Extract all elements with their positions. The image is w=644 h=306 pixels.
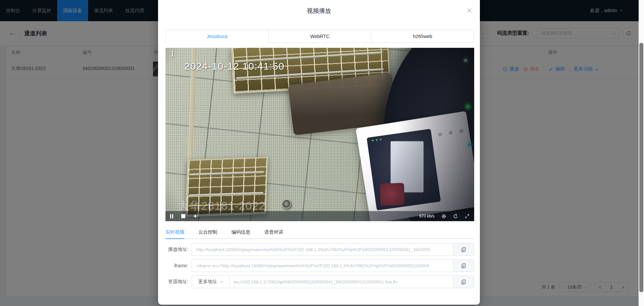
video-player[interactable]: 1 2024-10-12 10:41:50 大华28181-2022 67 <box>165 48 474 221</box>
pause-button[interactable] <box>170 214 173 218</box>
chevron-down-icon <box>220 280 223 284</box>
play-address-row: 播放地址: http://localhost:18080/#/play/wasm… <box>165 243 474 256</box>
volume-muted-icon <box>193 213 199 219</box>
pause-icon <box>170 214 173 218</box>
copy-resource-address-button[interactable] <box>453 276 474 288</box>
scrollbar-thumb[interactable] <box>639 43 643 292</box>
copy-iframe-button[interactable] <box>453 260 474 272</box>
fisheye-vignette <box>165 48 474 221</box>
scrollbar-track[interactable] <box>639 0 644 306</box>
reload-button[interactable] <box>453 214 458 219</box>
resource-address-input[interactable]: ws://192.168.1.3:7082/rtp/34020000001320… <box>230 276 453 288</box>
iframe-label: iframe: <box>165 263 192 268</box>
resource-address-row: 资源地址: 更多地址 ws://192.168.1.3:7082/rtp/340… <box>165 275 474 288</box>
copy-play-address-button[interactable] <box>453 243 474 256</box>
iframe-row: iframe: <iframe src="http://localhost:18… <box>165 259 474 272</box>
close-button[interactable] <box>466 7 472 13</box>
copy-icon <box>461 279 466 284</box>
bitrate-text: 670 kb/s <box>419 214 434 218</box>
stream-info-tabs: 实时视频 云台控制 编码信息 语音对讲 <box>165 226 474 239</box>
iframe-input[interactable]: <iframe src="http://localhost:18080/#/pl… <box>192 260 453 272</box>
fullscreen-icon <box>465 214 469 218</box>
fullscreen-button[interactable] <box>465 214 469 218</box>
stop-icon <box>181 214 185 218</box>
close-icon <box>466 7 472 13</box>
more-address-select[interactable]: 更多地址 <box>192 276 230 288</box>
screen: 控制台 分屏监控 国标设备 推流列表 拉流代理 欢迎，admin ← 通道列表 … <box>0 0 644 306</box>
play-address-label: 播放地址: <box>165 246 192 252</box>
tab-live-video[interactable]: 实时视频 <box>165 226 184 238</box>
tab-h265web[interactable]: h265web <box>371 30 474 43</box>
copy-icon <box>461 247 466 252</box>
play-address-input[interactable]: http://localhost:18080/#/play/wasm/ws%3A… <box>192 243 453 256</box>
player-type-tabs: Jessibuca WebRTC h265web <box>165 30 474 43</box>
player-control-bar: 670 kb/s <box>165 211 474 221</box>
tab-webrtc[interactable]: WebRTC <box>269 30 372 43</box>
more-address-label: 更多地址 <box>198 279 217 285</box>
dialog-title: 视频播放 <box>158 7 480 15</box>
tab-ptz-control[interactable]: 云台控制 <box>198 226 217 238</box>
tab-codec-info[interactable]: 编码信息 <box>231 226 250 238</box>
video-play-dialog: 视频播放 Jessibuca WebRTC h265web <box>158 0 480 305</box>
resource-address-label: 资源地址: <box>165 279 192 285</box>
tab-jessibuca[interactable]: Jessibuca <box>166 30 269 43</box>
copy-icon <box>461 263 466 268</box>
settings-gear-icon <box>441 214 446 219</box>
stop-button[interactable] <box>181 214 185 218</box>
mute-button[interactable] <box>193 213 199 219</box>
reload-icon <box>453 214 458 219</box>
channel-number-osd: 1 <box>170 49 175 59</box>
timestamp-osd: 2024-10-12 10:41:50 <box>184 61 285 72</box>
settings-button[interactable] <box>441 214 446 219</box>
tab-voice-intercom[interactable]: 语音对讲 <box>264 226 283 238</box>
